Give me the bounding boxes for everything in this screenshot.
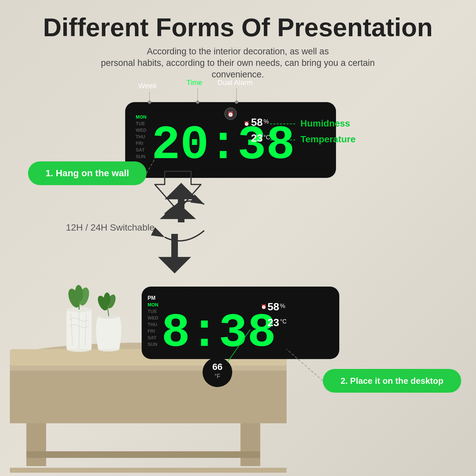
svg-text:TUE: TUE	[148, 309, 157, 314]
svg-text:SUN: SUN	[148, 342, 157, 347]
svg-rect-43	[26, 423, 46, 466]
svg-point-57	[74, 285, 84, 302]
svg-text:⏰: ⏰	[244, 121, 250, 126]
svg-rect-45	[26, 451, 260, 458]
svg-point-13	[225, 108, 237, 120]
svg-point-62	[105, 294, 117, 310]
svg-rect-33	[28, 161, 147, 185]
svg-point-63	[104, 293, 110, 306]
svg-line-85	[287, 349, 323, 381]
svg-text:12H / 24H Switchable: 12H / 24H Switchable	[66, 222, 154, 233]
main-title-svg: Different Forms Of Presentation	[43, 13, 433, 42]
svg-text:23: 23	[267, 317, 279, 328]
svg-text:personal habits, according to : personal habits, according to their own …	[101, 58, 375, 68]
svg-text:⏰: ⏰	[227, 111, 234, 117]
svg-text:20:38: 20:38	[152, 118, 295, 173]
svg-point-58	[98, 347, 119, 351]
svg-text:°C: °C	[280, 318, 287, 325]
svg-point-40	[10, 343, 287, 376]
svg-text:8:38: 8:38	[161, 306, 276, 360]
svg-line-35	[147, 142, 165, 173]
svg-text:MON: MON	[136, 114, 147, 120]
svg-rect-0	[0, 0, 476, 476]
svg-line-51	[71, 313, 72, 346]
svg-rect-64	[142, 287, 339, 359]
svg-text:FRI: FRI	[148, 328, 155, 334]
svg-text:23: 23	[251, 132, 263, 144]
svg-text:1. Hang on the wall: 1. Hang on the wall	[45, 168, 129, 178]
svg-text:SAT: SAT	[136, 147, 145, 153]
svg-rect-46	[10, 349, 287, 366]
svg-marker-36	[160, 203, 196, 219]
svg-rect-47	[10, 468, 287, 473]
svg-point-79	[203, 357, 232, 387]
svg-point-56	[77, 286, 91, 306]
svg-line-60	[107, 303, 109, 316]
svg-text:%: %	[264, 118, 269, 125]
svg-text:⏰: ⏰	[261, 304, 267, 310]
svg-text:Temperature: Temperature	[300, 134, 356, 144]
svg-line-82	[227, 329, 250, 362]
svg-text:MON: MON	[148, 302, 158, 307]
svg-rect-42	[10, 371, 287, 423]
svg-rect-44	[240, 423, 260, 466]
svg-text:2. Place it on the desktop: 2. Place it on the desktop	[341, 376, 443, 386]
svg-text:TUE: TUE	[136, 121, 145, 126]
svg-point-61	[96, 294, 110, 312]
svg-point-26	[148, 100, 151, 104]
svg-text:58: 58	[267, 301, 279, 313]
page-container: Different Forms Of Presentation Accordin…	[0, 0, 476, 476]
svg-rect-83	[323, 369, 461, 393]
illustration-svg: Different Forms Of Presentation Accordin…	[0, 0, 476, 476]
svg-text:FRI: FRI	[136, 141, 143, 146]
svg-point-55	[66, 287, 82, 309]
svg-text:%: %	[280, 303, 285, 309]
svg-text:Week: Week	[138, 82, 157, 90]
svg-text:PM: PM	[148, 295, 155, 301]
svg-rect-41	[10, 359, 287, 372]
svg-text:SAT: SAT	[148, 335, 156, 340]
svg-text:According to the interior deco: According to the interior decoration, as…	[147, 46, 329, 56]
svg-text:Dual Alarm: Dual Alarm	[217, 78, 253, 87]
svg-text:Humidness: Humidness	[300, 118, 350, 128]
svg-point-27	[196, 100, 199, 104]
svg-rect-4	[125, 102, 336, 178]
svg-text:WED: WED	[136, 127, 147, 133]
svg-point-28	[235, 100, 238, 104]
svg-point-59	[98, 314, 119, 319]
svg-point-48	[67, 347, 92, 352]
svg-text:SUN: SUN	[136, 154, 146, 159]
svg-text:Time: Time	[186, 78, 202, 87]
svg-text:WED: WED	[148, 315, 158, 321]
svg-text:66: 66	[212, 362, 222, 372]
svg-text:convenience.: convenience.	[211, 70, 264, 79]
svg-text:58: 58	[251, 116, 263, 128]
svg-line-53	[85, 313, 86, 346]
svg-text:°F: °F	[214, 373, 220, 379]
svg-text:°C: °C	[264, 134, 270, 141]
svg-text:THU: THU	[148, 322, 157, 327]
svg-rect-49	[67, 310, 92, 349]
svg-point-50	[67, 307, 92, 312]
svg-text:THU: THU	[136, 134, 145, 139]
